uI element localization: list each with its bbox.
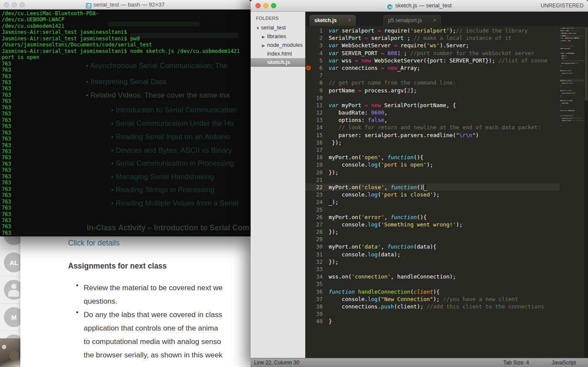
tab-p5-serialport-js[interactable]: p5.serialport.js×	[382, 14, 442, 26]
line-number: 7	[305, 72, 323, 79]
folder-tree: ▼serial_test▶libraries▶node_modulesindex…	[251, 23, 305, 67]
tab-sketch-js[interactable]: sketch.js×	[309, 14, 356, 26]
folder-arrow-icon[interactable]: ▶	[262, 33, 267, 41]
assignments-heading: Assignments for next class	[68, 262, 167, 271]
line-number: 11	[305, 102, 323, 109]
line-number: 39	[305, 310, 323, 318]
code-line: 3var WebSocketServer = require('ws').Ser…	[305, 42, 559, 49]
click-for-details-link[interactable]: Click for details	[68, 239, 120, 248]
line-number: 25	[305, 206, 323, 213]
cursor-position: Line 22, Column 30	[254, 360, 299, 366]
line-number: 34	[305, 273, 323, 280]
line-number: 19	[305, 161, 323, 168]
code-line: 14 // look for return and newline at the…	[305, 124, 559, 131]
sidebar-item-libraries[interactable]: ▶libraries	[251, 32, 305, 41]
code-line: 19 console.log('port is open');	[305, 161, 559, 168]
scrollbar-track[interactable]	[585, 26, 588, 358]
line-number: 13	[305, 116, 323, 124]
line-number: 10	[305, 94, 323, 102]
sidebar-item-index-html[interactable]: index.html	[251, 49, 305, 58]
line-number: 35	[305, 280, 323, 288]
sidebar-item-serial_test[interactable]: ▼serial_test	[251, 23, 305, 32]
terminal-window: ?serial_test — bash — 92×37 • Asynchrono…	[0, 0, 251, 236]
syntax-selector[interactable]: JavaScript	[552, 360, 576, 366]
code-line: 9portName = process.argv[2];	[305, 87, 559, 94]
avatar-partial[interactable]	[4, 236, 20, 245]
person-icon	[11, 284, 16, 289]
line-number: 27	[305, 221, 323, 228]
folder-arrow-icon[interactable]: ▶	[262, 41, 267, 50]
terminal-title: ?serial_test — bash — 92×37	[0, 1, 251, 9]
close-icon[interactable]: ×	[348, 17, 351, 23]
close-icon[interactable]: ×	[433, 17, 436, 23]
sidebar-item-sketch-js[interactable]: sketch.js	[251, 58, 305, 67]
avatar[interactable]: M	[4, 307, 20, 327]
line-number: 16	[305, 139, 323, 146]
sublime-title: JSsketch.js — serial_test	[251, 2, 588, 10]
terminal-titlebar[interactable]: ?serial_test — bash — 92×37	[0, 0, 251, 10]
divider	[1, 276, 20, 276]
sublime-window: JSsketch.js — serial_test UNREGISTERED F…	[251, 0, 588, 367]
code-line: 21	[305, 176, 559, 184]
line-number: 29	[305, 236, 323, 243]
code-line: 4var SERVER_PORT = 8081 ; //port number …	[305, 49, 559, 57]
code-lines: 1var serialport = require('serialport');…	[305, 27, 559, 325]
avatar[interactable]: AL	[4, 252, 20, 272]
code-line: 35	[305, 280, 559, 288]
line-number: 31	[305, 251, 323, 258]
line-number: 5	[305, 57, 323, 64]
terminal-body[interactable]: • Asynchronous Serial Communication: The…	[0, 10, 251, 236]
status-bar: Line 22, Column 30 Tab Size: 4 JavaScrip…	[251, 358, 588, 367]
terminal-output: /dev/cu.LeesiMac-Bluetooth-PDA-/dev/cu.U…	[2, 10, 240, 236]
line-number: 8	[305, 79, 323, 86]
tab-bar: sketch.js×p5.serialport.js×	[305, 12, 588, 26]
code-line: 26myPort.on('error', function(){	[305, 213, 559, 221]
code-editor[interactable]: 1var serialport = require('serialport');…	[305, 26, 588, 358]
code-line: 10	[305, 94, 559, 102]
line-number: 23	[305, 191, 323, 198]
code-line: 1var serialport = require('serialport');…	[305, 27, 559, 34]
code-line: 39	[305, 310, 559, 318]
code-line: 40}	[305, 318, 559, 325]
browser-content: Click for details Assignments for next c…	[20, 236, 251, 367]
assignments-list: •Review the material to be covered next …	[76, 281, 249, 362]
sidebar-item-node_modules[interactable]: ▶node_modules	[251, 41, 305, 49]
line-number: 22	[305, 184, 323, 191]
code-line: 25	[305, 206, 559, 213]
code-line: 33	[305, 265, 559, 273]
code-line: 7	[305, 72, 559, 79]
code-line: 22myPort.on('close', function(){	[305, 184, 559, 191]
sidebar: FOLDERS ▼serial_test▶libraries▶node_modu…	[251, 12, 305, 358]
divider	[1, 331, 20, 331]
license-status: UNREGISTERED	[541, 3, 584, 9]
list-item: •Do any the labs that were covered in cl…	[76, 308, 249, 362]
photo-thumbnail	[0, 338, 20, 367]
line-number: 12	[305, 109, 323, 116]
code-line: 12 baudRate: 9600,	[305, 109, 559, 116]
scrollbar-thumb[interactable]	[585, 27, 588, 101]
code-line: 13 options: false,	[305, 116, 559, 124]
line-number: 9	[305, 87, 323, 94]
folder-arrow-icon[interactable]: ▼	[256, 24, 261, 33]
minimap[interactable]: var serialport = require('serialport');/…	[559, 26, 585, 358]
code-line: 17	[305, 146, 559, 154]
code-line: 5var wss = new WebSocketServer({port: SE…	[305, 57, 559, 64]
line-number: 1	[305, 27, 323, 34]
divider	[1, 303, 20, 304]
sublime-titlebar[interactable]: JSsketch.js — serial_test UNREGISTERED	[251, 0, 588, 12]
line-number: 24	[305, 198, 323, 206]
error-icon: !	[306, 66, 311, 70]
code-line: 38 connections.push(client); //add this …	[305, 303, 559, 310]
line-number: 2	[305, 34, 323, 42]
avatar-person[interactable]	[4, 280, 20, 300]
line-number: 21	[305, 176, 323, 184]
line-number: 14	[305, 124, 323, 131]
line-number: 18	[305, 154, 323, 161]
code-line: 20});	[305, 169, 559, 176]
tab-size-setting[interactable]: Tab Size: 4	[503, 360, 529, 366]
code-line: 23 console.log('port is closed');	[305, 191, 559, 198]
line-number: 3	[305, 42, 323, 49]
code-line: }	[560, 125, 585, 127]
code-line: 36function handleConnection(client){	[305, 288, 559, 295]
line-number: 30	[305, 243, 323, 250]
